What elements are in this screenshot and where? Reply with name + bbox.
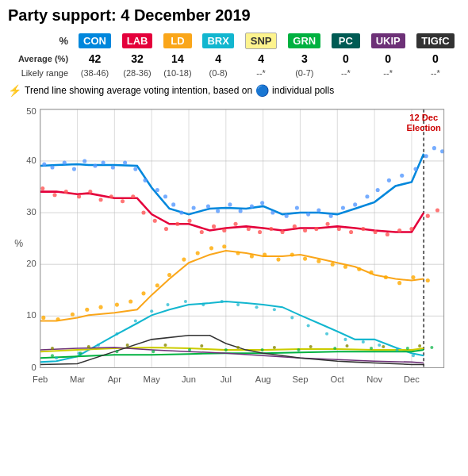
svg-text:Nov: Nov (366, 374, 382, 384)
range-snp: --* (240, 67, 283, 79)
svg-point-103 (337, 227, 341, 231)
svg-point-166 (188, 348, 191, 351)
svg-point-179 (236, 346, 240, 349)
svg-point-98 (281, 230, 285, 234)
svg-point-122 (182, 258, 186, 262)
svg-point-75 (432, 146, 436, 150)
svg-point-137 (384, 275, 388, 279)
svg-point-46 (111, 166, 115, 170)
svg-point-159 (378, 344, 381, 347)
svg-point-117 (115, 303, 119, 307)
svg-point-93 (222, 228, 226, 232)
svg-point-148 (184, 300, 187, 303)
party-badge-lab: LAB (117, 31, 158, 51)
svg-point-80 (77, 194, 81, 198)
avg-con: 42 (73, 51, 117, 67)
svg-point-72 (400, 174, 404, 178)
svg-point-136 (369, 271, 373, 274)
svg-point-126 (236, 251, 240, 255)
svg-point-73 (413, 167, 417, 171)
svg-point-129 (276, 258, 280, 262)
svg-point-61 (270, 211, 274, 215)
svg-text:0: 0 (31, 363, 36, 372)
svg-point-113 (56, 317, 60, 321)
svg-point-102 (326, 222, 330, 226)
svg-text:May: May (144, 374, 161, 384)
svg-point-40 (50, 166, 54, 170)
svg-point-150 (221, 300, 224, 303)
svg-point-168 (261, 348, 264, 351)
svg-point-124 (209, 246, 213, 250)
svg-point-52 (171, 202, 175, 206)
svg-point-91 (200, 230, 204, 234)
svg-point-109 (409, 227, 413, 231)
svg-point-53 (179, 211, 183, 215)
svg-point-104 (349, 230, 353, 234)
svg-point-105 (361, 227, 365, 231)
svg-point-81 (88, 190, 92, 194)
svg-text:Jun: Jun (182, 374, 196, 384)
svg-point-182 (345, 344, 348, 347)
svg-point-158 (362, 340, 365, 344)
svg-text:10: 10 (26, 310, 36, 320)
svg-point-69 (365, 194, 369, 198)
svg-point-70 (376, 188, 380, 192)
avg-lab: 32 (117, 51, 158, 67)
svg-point-138 (397, 281, 401, 285)
svg-point-108 (397, 228, 401, 232)
svg-point-65 (316, 208, 320, 212)
svg-point-183 (382, 345, 385, 348)
svg-point-146 (150, 309, 153, 313)
svg-point-86 (141, 211, 145, 215)
svg-point-47 (123, 160, 127, 164)
party-col-label: % (8, 31, 73, 51)
svg-point-169 (297, 348, 300, 351)
svg-point-77 (40, 186, 44, 190)
range-ld: (10-18) (158, 67, 197, 79)
dot-icon: 🔵 (255, 84, 269, 97)
svg-point-153 (273, 308, 276, 311)
svg-point-120 (155, 283, 159, 287)
svg-point-84 (121, 199, 125, 203)
svg-point-56 (216, 209, 220, 213)
legend-trend-text: Trend line showing average voting intent… (25, 85, 252, 96)
party-badge-tigfc: TIGfC (411, 31, 460, 51)
svg-point-171 (370, 347, 373, 350)
svg-text:20: 20 (26, 259, 36, 268)
svg-point-83 (109, 194, 113, 198)
svg-point-110 (426, 214, 430, 218)
svg-text:Aug: Aug (255, 374, 271, 384)
svg-text:Oct: Oct (331, 374, 345, 384)
svg-point-152 (255, 305, 258, 309)
svg-point-68 (353, 202, 357, 206)
svg-text:Sep: Sep (293, 374, 309, 384)
svg-point-88 (164, 227, 168, 231)
svg-point-48 (133, 167, 137, 171)
party-badge-pc: PC (326, 31, 365, 51)
svg-point-151 (236, 303, 240, 306)
svg-point-85 (131, 194, 135, 198)
svg-point-79 (64, 190, 68, 194)
svg-point-119 (141, 291, 145, 295)
svg-point-115 (85, 308, 89, 312)
svg-text:50: 50 (26, 106, 36, 116)
svg-point-141 (55, 356, 58, 359)
svg-point-176 (126, 344, 129, 347)
svg-point-63 (295, 205, 299, 209)
svg-point-125 (222, 244, 226, 248)
svg-point-145 (134, 319, 137, 322)
chart-svg: 0 10 20 30 40 50 % 12 (8, 100, 460, 409)
svg-point-71 (387, 178, 391, 182)
svg-rect-0 (40, 109, 444, 368)
party-badge-ukip: UKIP (366, 31, 411, 51)
svg-text:Jul: Jul (221, 374, 232, 384)
svg-text:Mar: Mar (70, 374, 86, 384)
svg-point-163 (79, 351, 82, 355)
party-badge-snp: SNP (240, 31, 283, 51)
svg-text:Dec: Dec (404, 374, 420, 384)
svg-point-89 (175, 222, 179, 226)
svg-point-167 (224, 348, 228, 351)
range-grn: (0-7) (282, 67, 326, 79)
svg-point-135 (357, 267, 361, 271)
range-pc: --* (326, 67, 365, 79)
